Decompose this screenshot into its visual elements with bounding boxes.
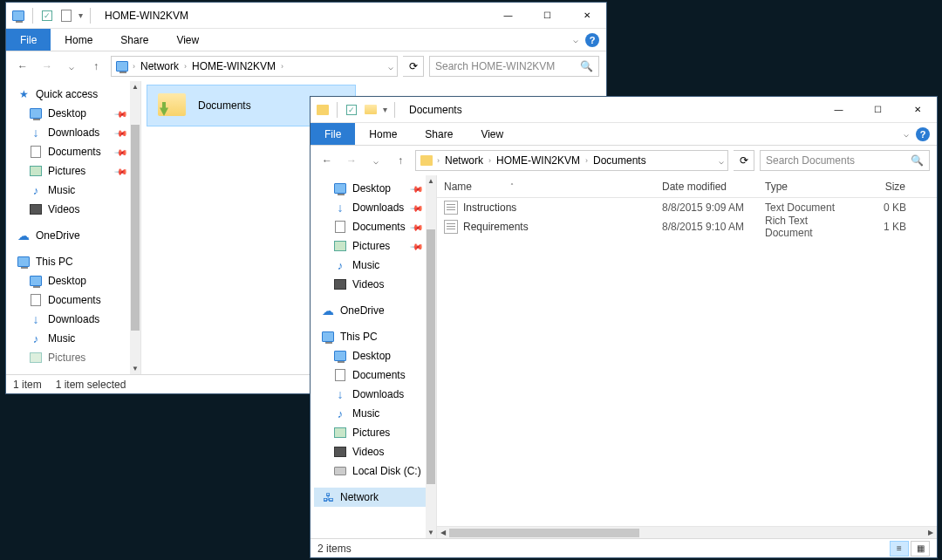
nav-pc-pictures[interactable]: Pictures bbox=[314, 423, 436, 442]
breadcrumb[interactable]: Documents bbox=[591, 154, 648, 167]
chevron-right-icon[interactable]: › bbox=[133, 62, 135, 71]
nav-documents[interactable]: Documents 📌 bbox=[314, 217, 436, 236]
tab-share[interactable]: Share bbox=[106, 29, 162, 51]
nav-music[interactable]: ♪ Music bbox=[10, 181, 140, 200]
titlebar[interactable]: ✓ ▾ Documents — ☐ ✕ bbox=[311, 97, 937, 123]
qat-newfolder-icon[interactable] bbox=[59, 9, 73, 23]
qat-properties-icon[interactable]: ✓ bbox=[40, 9, 54, 23]
nav-network[interactable]: 🖧 Network bbox=[314, 488, 436, 507]
scroll-right-icon[interactable]: ▶ bbox=[925, 529, 937, 536]
nav-onedrive[interactable]: ☁ OneDrive bbox=[314, 301, 436, 320]
back-button[interactable]: ← bbox=[317, 151, 337, 170]
nav-pc-downloads[interactable]: ↓ Downloads bbox=[314, 385, 436, 404]
nav-scrollbar[interactable]: ▲ ▼ bbox=[426, 175, 436, 538]
tab-view[interactable]: View bbox=[467, 123, 517, 145]
qat-properties-icon[interactable]: ✓ bbox=[345, 103, 358, 117]
qat-dropdown-icon[interactable]: ▾ bbox=[383, 105, 387, 114]
up-button[interactable]: ↑ bbox=[391, 151, 410, 170]
scroll-down-icon[interactable]: ▼ bbox=[426, 527, 436, 538]
scroll-left-icon[interactable]: ◀ bbox=[437, 529, 449, 536]
breadcrumb[interactable]: HOME-WIN2KVM bbox=[495, 154, 582, 167]
tab-file[interactable]: File bbox=[6, 29, 51, 51]
refresh-button[interactable]: ⟳ bbox=[734, 150, 754, 171]
nav-downloads[interactable]: ↓ Downloads 📌 bbox=[10, 123, 140, 142]
nav-this-pc[interactable]: This PC bbox=[314, 327, 436, 346]
navigation-pane[interactable]: Desktop 📌 ↓ Downloads 📌 Documents 📌 Pict… bbox=[311, 175, 437, 538]
nav-videos[interactable]: Videos bbox=[10, 200, 140, 219]
chevron-right-icon[interactable]: › bbox=[437, 156, 440, 165]
nav-pc-desktop[interactable]: Desktop bbox=[314, 346, 436, 365]
breadcrumb[interactable]: Network bbox=[139, 60, 181, 72]
up-button[interactable]: ↑ bbox=[86, 57, 106, 76]
horizontal-scrollbar[interactable]: ◀ ▶ bbox=[437, 526, 937, 538]
scroll-up-icon[interactable]: ▲ bbox=[130, 81, 140, 92]
chevron-right-icon[interactable]: › bbox=[281, 62, 283, 71]
tab-share[interactable]: Share bbox=[411, 123, 467, 145]
minimize-button[interactable]: — bbox=[488, 3, 528, 28]
address-bar[interactable]: › Network › HOME-WIN2KVM › ⌵ bbox=[111, 56, 398, 77]
col-name[interactable]: Name ˄ bbox=[437, 175, 655, 197]
tab-home[interactable]: Home bbox=[355, 123, 411, 145]
help-icon[interactable]: ? bbox=[585, 33, 599, 47]
nav-pictures[interactable]: Pictures 📌 bbox=[314, 236, 436, 256]
address-bar[interactable]: › Network › HOME-WIN2KVM › Documents ⌵ bbox=[415, 150, 728, 171]
nav-this-pc[interactable]: This PC bbox=[10, 252, 140, 271]
close-button[interactable]: ✕ bbox=[567, 3, 606, 28]
tab-home[interactable]: Home bbox=[51, 29, 106, 51]
chevron-right-icon[interactable]: › bbox=[585, 156, 588, 165]
help-icon[interactable]: ? bbox=[916, 127, 930, 141]
nav-pictures[interactable]: Pictures 📌 bbox=[10, 161, 140, 181]
ribbon-expand-icon[interactable]: ⌵ bbox=[904, 129, 909, 139]
nav-pc-downloads[interactable]: ↓ Downloads bbox=[10, 310, 140, 329]
tab-file[interactable]: File bbox=[311, 123, 355, 145]
close-button[interactable]: ✕ bbox=[898, 97, 937, 122]
nav-pc-music[interactable]: ♪ Music bbox=[10, 329, 140, 348]
maximize-button[interactable]: ☐ bbox=[528, 3, 567, 28]
refresh-button[interactable]: ⟳ bbox=[403, 56, 424, 77]
search-input[interactable]: Search HOME-WIN2KVM 🔍 bbox=[429, 56, 599, 77]
scroll-thumb[interactable] bbox=[449, 529, 639, 537]
maximize-button[interactable]: ☐ bbox=[858, 97, 898, 122]
nav-quick-access[interactable]: ★ Quick access bbox=[10, 85, 140, 104]
address-dropdown-icon[interactable]: ⌵ bbox=[388, 62, 393, 72]
forward-button[interactable]: → bbox=[342, 151, 361, 170]
titlebar[interactable]: ✓ ▾ HOME-WIN2KVM — ☐ ✕ bbox=[6, 3, 606, 29]
search-input[interactable]: Search Documents 🔍 bbox=[760, 150, 930, 171]
table-row[interactable]: Instructions 8/8/2015 9:09 AM Text Docum… bbox=[437, 198, 937, 217]
recent-dropdown-icon[interactable]: ⌵ bbox=[62, 57, 81, 76]
qat-newfolder-icon[interactable] bbox=[364, 103, 378, 117]
forward-button[interactable]: → bbox=[38, 57, 57, 76]
scroll-thumb[interactable] bbox=[131, 125, 140, 330]
breadcrumb[interactable]: HOME-WIN2KVM bbox=[190, 60, 277, 72]
view-details-button[interactable]: ≡ bbox=[890, 541, 909, 557]
view-large-button[interactable]: ▦ bbox=[911, 541, 930, 557]
scroll-up-icon[interactable]: ▲ bbox=[426, 175, 436, 187]
address-dropdown-icon[interactable]: ⌵ bbox=[719, 156, 724, 166]
ribbon-expand-icon[interactable]: ⌵ bbox=[573, 35, 578, 44]
qat-dropdown-icon[interactable]: ▾ bbox=[78, 10, 83, 20]
col-type[interactable]: Type bbox=[758, 175, 861, 197]
nav-music[interactable]: ♪ Music bbox=[314, 256, 436, 275]
table-row[interactable]: Requirements 8/8/2015 9:10 AM Rich Text … bbox=[437, 217, 937, 236]
nav-scrollbar[interactable]: ▲ ▼ bbox=[130, 81, 140, 374]
nav-onedrive[interactable]: ☁ OneDrive bbox=[10, 226, 140, 245]
nav-videos[interactable]: Videos bbox=[314, 275, 436, 294]
chevron-right-icon[interactable]: › bbox=[488, 156, 491, 165]
minimize-button[interactable]: — bbox=[819, 97, 858, 122]
recent-dropdown-icon[interactable]: ⌵ bbox=[366, 151, 386, 170]
nav-pc-documents[interactable]: Documents bbox=[314, 365, 436, 385]
chevron-right-icon[interactable]: › bbox=[184, 62, 187, 71]
content-area[interactable]: Name ˄ Date modified Type Size Instructi… bbox=[437, 175, 937, 538]
nav-pc-desktop[interactable]: Desktop bbox=[10, 271, 140, 290]
navigation-pane[interactable]: ★ Quick access Desktop 📌 ↓ Downloads 📌 D… bbox=[6, 81, 141, 374]
col-date[interactable]: Date modified bbox=[655, 175, 758, 197]
scroll-down-icon[interactable]: ▼ bbox=[130, 363, 140, 374]
nav-downloads[interactable]: ↓ Downloads 📌 bbox=[314, 198, 436, 217]
nav-desktop[interactable]: Desktop 📌 bbox=[10, 104, 140, 123]
nav-pc-videos[interactable]: Videos bbox=[314, 442, 436, 461]
breadcrumb[interactable]: Network bbox=[443, 154, 485, 167]
nav-documents[interactable]: Documents 📌 bbox=[10, 142, 140, 161]
nav-pc-pictures[interactable]: Pictures bbox=[10, 348, 140, 367]
tab-view[interactable]: View bbox=[162, 29, 213, 51]
nav-pc-documents[interactable]: Documents bbox=[10, 290, 140, 310]
